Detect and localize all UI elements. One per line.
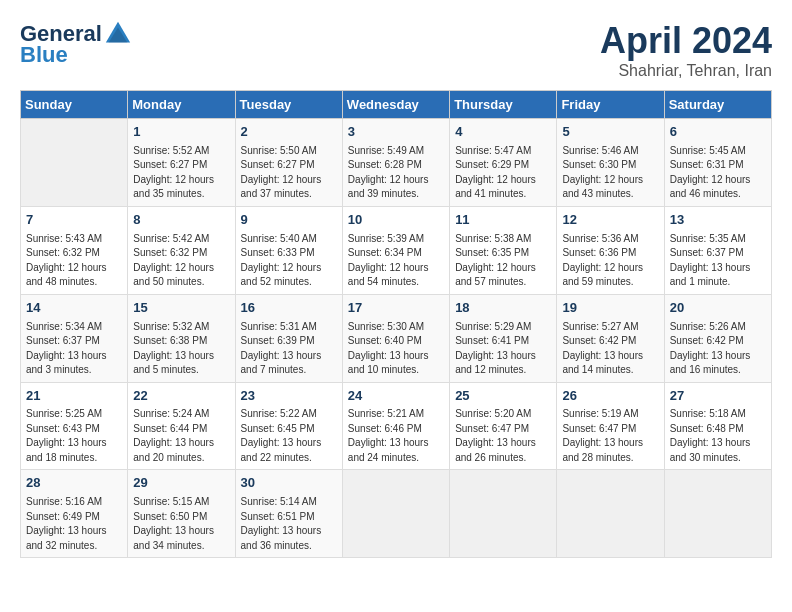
day-of-week-header: Sunday bbox=[21, 91, 128, 119]
day-number: 7 bbox=[26, 211, 122, 230]
calendar-cell: 10Sunrise: 5:39 AMSunset: 6:34 PMDayligh… bbox=[342, 206, 449, 294]
day-info: Sunrise: 5:50 AMSunset: 6:27 PMDaylight:… bbox=[241, 144, 337, 202]
calendar-cell: 3Sunrise: 5:49 AMSunset: 6:28 PMDaylight… bbox=[342, 119, 449, 207]
day-info: Sunrise: 5:47 AMSunset: 6:29 PMDaylight:… bbox=[455, 144, 551, 202]
day-of-week-header: Tuesday bbox=[235, 91, 342, 119]
day-number: 24 bbox=[348, 387, 444, 406]
day-info: Sunrise: 5:30 AMSunset: 6:40 PMDaylight:… bbox=[348, 320, 444, 378]
calendar-week-row: 1Sunrise: 5:52 AMSunset: 6:27 PMDaylight… bbox=[21, 119, 772, 207]
calendar-cell: 26Sunrise: 5:19 AMSunset: 6:47 PMDayligh… bbox=[557, 382, 664, 470]
calendar-cell: 19Sunrise: 5:27 AMSunset: 6:42 PMDayligh… bbox=[557, 294, 664, 382]
calendar-cell: 7Sunrise: 5:43 AMSunset: 6:32 PMDaylight… bbox=[21, 206, 128, 294]
calendar-cell: 16Sunrise: 5:31 AMSunset: 6:39 PMDayligh… bbox=[235, 294, 342, 382]
calendar-cell: 27Sunrise: 5:18 AMSunset: 6:48 PMDayligh… bbox=[664, 382, 771, 470]
calendar-cell: 23Sunrise: 5:22 AMSunset: 6:45 PMDayligh… bbox=[235, 382, 342, 470]
logo: General Blue bbox=[20, 20, 132, 68]
calendar-cell bbox=[21, 119, 128, 207]
day-number: 14 bbox=[26, 299, 122, 318]
day-number: 13 bbox=[670, 211, 766, 230]
calendar-week-row: 21Sunrise: 5:25 AMSunset: 6:43 PMDayligh… bbox=[21, 382, 772, 470]
day-info: Sunrise: 5:52 AMSunset: 6:27 PMDaylight:… bbox=[133, 144, 229, 202]
day-number: 19 bbox=[562, 299, 658, 318]
day-number: 4 bbox=[455, 123, 551, 142]
calendar-cell: 6Sunrise: 5:45 AMSunset: 6:31 PMDaylight… bbox=[664, 119, 771, 207]
calendar-cell: 5Sunrise: 5:46 AMSunset: 6:30 PMDaylight… bbox=[557, 119, 664, 207]
day-of-week-header: Saturday bbox=[664, 91, 771, 119]
day-number: 26 bbox=[562, 387, 658, 406]
day-info: Sunrise: 5:20 AMSunset: 6:47 PMDaylight:… bbox=[455, 407, 551, 465]
day-of-week-header: Wednesday bbox=[342, 91, 449, 119]
day-number: 6 bbox=[670, 123, 766, 142]
logo-blue-text: Blue bbox=[20, 42, 68, 67]
day-info: Sunrise: 5:24 AMSunset: 6:44 PMDaylight:… bbox=[133, 407, 229, 465]
day-number: 20 bbox=[670, 299, 766, 318]
calendar-cell: 24Sunrise: 5:21 AMSunset: 6:46 PMDayligh… bbox=[342, 382, 449, 470]
day-number: 29 bbox=[133, 474, 229, 493]
calendar-cell: 11Sunrise: 5:38 AMSunset: 6:35 PMDayligh… bbox=[450, 206, 557, 294]
calendar-cell: 12Sunrise: 5:36 AMSunset: 6:36 PMDayligh… bbox=[557, 206, 664, 294]
day-info: Sunrise: 5:25 AMSunset: 6:43 PMDaylight:… bbox=[26, 407, 122, 465]
day-info: Sunrise: 5:22 AMSunset: 6:45 PMDaylight:… bbox=[241, 407, 337, 465]
day-info: Sunrise: 5:18 AMSunset: 6:48 PMDaylight:… bbox=[670, 407, 766, 465]
calendar-cell: 4Sunrise: 5:47 AMSunset: 6:29 PMDaylight… bbox=[450, 119, 557, 207]
day-info: Sunrise: 5:34 AMSunset: 6:37 PMDaylight:… bbox=[26, 320, 122, 378]
day-of-week-header: Friday bbox=[557, 91, 664, 119]
day-number: 2 bbox=[241, 123, 337, 142]
calendar-cell: 29Sunrise: 5:15 AMSunset: 6:50 PMDayligh… bbox=[128, 470, 235, 558]
calendar-cell: 22Sunrise: 5:24 AMSunset: 6:44 PMDayligh… bbox=[128, 382, 235, 470]
day-info: Sunrise: 5:42 AMSunset: 6:32 PMDaylight:… bbox=[133, 232, 229, 290]
day-info: Sunrise: 5:21 AMSunset: 6:46 PMDaylight:… bbox=[348, 407, 444, 465]
day-number: 9 bbox=[241, 211, 337, 230]
day-info: Sunrise: 5:35 AMSunset: 6:37 PMDaylight:… bbox=[670, 232, 766, 290]
calendar-location: Shahriar, Tehran, Iran bbox=[600, 62, 772, 80]
calendar-cell bbox=[664, 470, 771, 558]
day-info: Sunrise: 5:38 AMSunset: 6:35 PMDaylight:… bbox=[455, 232, 551, 290]
day-info: Sunrise: 5:29 AMSunset: 6:41 PMDaylight:… bbox=[455, 320, 551, 378]
day-number: 15 bbox=[133, 299, 229, 318]
calendar-week-row: 7Sunrise: 5:43 AMSunset: 6:32 PMDaylight… bbox=[21, 206, 772, 294]
calendar-table: SundayMondayTuesdayWednesdayThursdayFrid… bbox=[20, 90, 772, 558]
day-number: 8 bbox=[133, 211, 229, 230]
day-info: Sunrise: 5:36 AMSunset: 6:36 PMDaylight:… bbox=[562, 232, 658, 290]
day-number: 22 bbox=[133, 387, 229, 406]
day-info: Sunrise: 5:43 AMSunset: 6:32 PMDaylight:… bbox=[26, 232, 122, 290]
calendar-body: 1Sunrise: 5:52 AMSunset: 6:27 PMDaylight… bbox=[21, 119, 772, 558]
logo-icon bbox=[104, 20, 132, 48]
day-info: Sunrise: 5:31 AMSunset: 6:39 PMDaylight:… bbox=[241, 320, 337, 378]
day-number: 18 bbox=[455, 299, 551, 318]
day-info: Sunrise: 5:26 AMSunset: 6:42 PMDaylight:… bbox=[670, 320, 766, 378]
calendar-week-row: 14Sunrise: 5:34 AMSunset: 6:37 PMDayligh… bbox=[21, 294, 772, 382]
day-info: Sunrise: 5:32 AMSunset: 6:38 PMDaylight:… bbox=[133, 320, 229, 378]
day-number: 16 bbox=[241, 299, 337, 318]
day-number: 1 bbox=[133, 123, 229, 142]
day-number: 30 bbox=[241, 474, 337, 493]
day-number: 3 bbox=[348, 123, 444, 142]
calendar-cell: 9Sunrise: 5:40 AMSunset: 6:33 PMDaylight… bbox=[235, 206, 342, 294]
calendar-cell: 15Sunrise: 5:32 AMSunset: 6:38 PMDayligh… bbox=[128, 294, 235, 382]
day-number: 17 bbox=[348, 299, 444, 318]
calendar-cell: 13Sunrise: 5:35 AMSunset: 6:37 PMDayligh… bbox=[664, 206, 771, 294]
day-number: 10 bbox=[348, 211, 444, 230]
header: General Blue April 2024 Shahriar, Tehran… bbox=[20, 20, 772, 80]
day-info: Sunrise: 5:14 AMSunset: 6:51 PMDaylight:… bbox=[241, 495, 337, 553]
day-info: Sunrise: 5:45 AMSunset: 6:31 PMDaylight:… bbox=[670, 144, 766, 202]
calendar-cell: 25Sunrise: 5:20 AMSunset: 6:47 PMDayligh… bbox=[450, 382, 557, 470]
day-number: 27 bbox=[670, 387, 766, 406]
calendar-cell: 8Sunrise: 5:42 AMSunset: 6:32 PMDaylight… bbox=[128, 206, 235, 294]
calendar-week-row: 28Sunrise: 5:16 AMSunset: 6:49 PMDayligh… bbox=[21, 470, 772, 558]
title-area: April 2024 Shahriar, Tehran, Iran bbox=[600, 20, 772, 80]
day-of-week-header: Thursday bbox=[450, 91, 557, 119]
day-info: Sunrise: 5:46 AMSunset: 6:30 PMDaylight:… bbox=[562, 144, 658, 202]
calendar-cell bbox=[342, 470, 449, 558]
calendar-title: April 2024 bbox=[600, 20, 772, 62]
calendar-cell: 18Sunrise: 5:29 AMSunset: 6:41 PMDayligh… bbox=[450, 294, 557, 382]
day-number: 23 bbox=[241, 387, 337, 406]
calendar-cell bbox=[450, 470, 557, 558]
calendar-header-row: SundayMondayTuesdayWednesdayThursdayFrid… bbox=[21, 91, 772, 119]
day-info: Sunrise: 5:39 AMSunset: 6:34 PMDaylight:… bbox=[348, 232, 444, 290]
day-info: Sunrise: 5:49 AMSunset: 6:28 PMDaylight:… bbox=[348, 144, 444, 202]
calendar-cell: 30Sunrise: 5:14 AMSunset: 6:51 PMDayligh… bbox=[235, 470, 342, 558]
day-number: 21 bbox=[26, 387, 122, 406]
calendar-cell: 17Sunrise: 5:30 AMSunset: 6:40 PMDayligh… bbox=[342, 294, 449, 382]
day-info: Sunrise: 5:40 AMSunset: 6:33 PMDaylight:… bbox=[241, 232, 337, 290]
